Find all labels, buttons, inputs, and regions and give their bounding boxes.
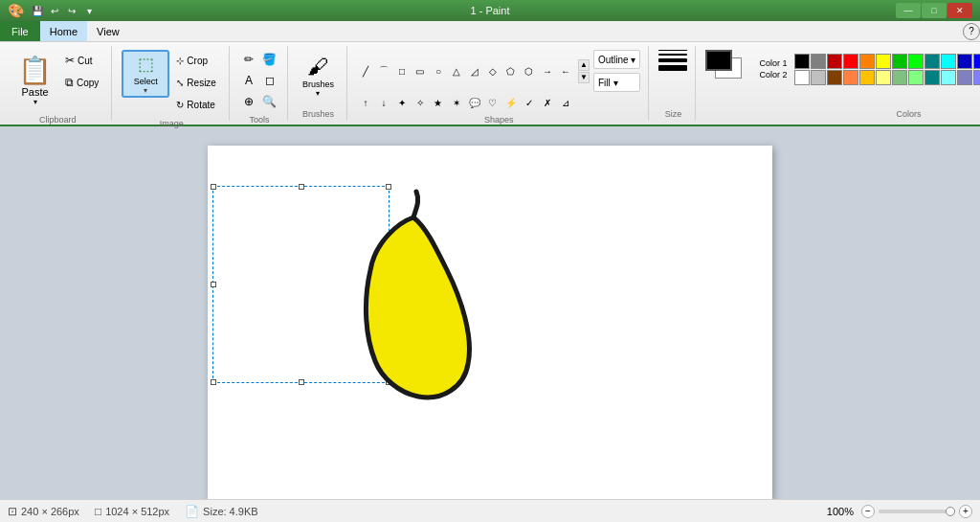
resize-button[interactable]: ⤡ Resize <box>171 72 221 93</box>
heart-tool[interactable]: ♡ <box>484 94 501 111</box>
ellipse-tool[interactable]: ○ <box>430 62 447 79</box>
tools-grid: ✏ 🪣 A ◻ ⊕ 🔍 <box>239 50 279 111</box>
fill-tool[interactable]: 🪣 <box>260 50 279 69</box>
palette-cell-r2-1[interactable] <box>811 70 826 85</box>
undo-quick-btn[interactable]: ↩ <box>47 3 62 18</box>
select-button[interactable]: ⬚ Select ▾ <box>122 50 169 98</box>
palette-cell-r1-0[interactable] <box>794 54 810 69</box>
palette-cell-r2-8[interactable] <box>924 70 940 85</box>
maximize-btn[interactable]: □ <box>922 3 947 18</box>
menu-view[interactable]: View <box>87 21 129 41</box>
picker-tool[interactable]: ⊕ <box>239 92 258 111</box>
diamond-tool[interactable]: ◇ <box>484 62 501 79</box>
image-label: Image <box>160 119 184 130</box>
palette-cell-r2-7[interactable] <box>908 70 924 85</box>
palette-cell-r2-3[interactable] <box>843 70 858 85</box>
size-3[interactable] <box>658 58 687 62</box>
palette-cell-r2-0[interactable] <box>794 70 810 85</box>
clipboard-content: 📋 Paste ▾ ✂ Cut ⧉ Copy <box>11 46 103 115</box>
minimize-btn[interactable]: — <box>896 3 921 18</box>
select-dropdown-arrow: ▾ <box>144 86 147 95</box>
hexagon-tool[interactable]: ⬡ <box>521 62 538 79</box>
magnifier-tool[interactable]: 🔍 <box>260 92 279 111</box>
rotate-label: Rotate <box>187 100 214 110</box>
cut-button[interactable]: ✂ Cut <box>60 50 103 71</box>
palette-cell-r1-1[interactable] <box>811 54 826 69</box>
arrow-down-tool[interactable]: ↓ <box>375 94 392 111</box>
palette-cell-r2-5[interactable] <box>876 70 891 85</box>
shapes-scroll-up[interactable]: ▲ <box>578 59 590 71</box>
palette-cell-r1-10[interactable] <box>957 54 972 69</box>
quick-access-dropdown[interactable]: ▾ <box>81 3 97 18</box>
rtriangle-tool[interactable]: ◿ <box>466 62 483 79</box>
line-tool[interactable]: ╱ <box>357 62 374 79</box>
redo-quick-btn[interactable]: ↪ <box>64 3 79 18</box>
arrow-left-tool[interactable]: ← <box>557 62 574 79</box>
callout-tool[interactable]: 💬 <box>466 94 483 111</box>
eraser-tool[interactable]: ◻ <box>260 71 279 90</box>
palette-cell-r2-10[interactable] <box>957 70 972 85</box>
arrow-up-tool[interactable]: ↑ <box>357 94 374 111</box>
shapes-scroll-down[interactable]: ▼ <box>578 72 590 83</box>
brushes-group: 🖌 Brushes ▾ Brushes <box>290 46 347 121</box>
palette-cell-r1-5[interactable] <box>876 54 891 69</box>
file-size-value: Size: 4.9KB <box>203 506 257 517</box>
x-tool[interactable]: ✗ <box>539 94 556 111</box>
palette-cell-r1-4[interactable] <box>859 54 875 69</box>
lightning-tool[interactable]: ⚡ <box>502 94 520 111</box>
zoom-plus-btn[interactable]: + <box>959 505 972 518</box>
palette-cell-r2-11[interactable] <box>973 70 980 85</box>
zoom-minus-btn[interactable]: − <box>861 505 875 518</box>
help-btn[interactable]: ? <box>963 23 980 40</box>
palette-cell-r1-11[interactable] <box>973 54 980 69</box>
drawing-svg <box>208 146 772 499</box>
palette-cell-r1-7[interactable] <box>908 54 924 69</box>
menu-file[interactable]: File <box>0 21 40 41</box>
size-2[interactable] <box>658 54 687 56</box>
triangle-tool[interactable]: △ <box>448 62 465 79</box>
palette-cell-r1-8[interactable] <box>924 54 940 69</box>
paint-canvas[interactable] <box>208 146 772 499</box>
star5-tool[interactable]: ★ <box>430 94 447 111</box>
size-4[interactable] <box>658 65 687 71</box>
arrow-right-tool[interactable]: → <box>539 62 556 79</box>
pencil-tool[interactable]: ✏ <box>239 50 258 69</box>
palette-cell-r1-2[interactable] <box>827 54 842 69</box>
paste-button[interactable]: 📋 Paste ▾ <box>11 50 58 111</box>
color1-label: Color 1 <box>759 58 787 68</box>
crop-button[interactable]: ⊹ Crop <box>171 50 221 71</box>
star4-tool[interactable]: ✧ <box>412 94 429 111</box>
4arrow-tool[interactable]: ✦ <box>393 94 411 111</box>
size-1[interactable] <box>658 50 687 51</box>
palette-cell-r1-3[interactable] <box>843 54 858 69</box>
outline-dropdown[interactable]: Outline ▾ <box>593 50 640 69</box>
palette-cell-r2-4[interactable] <box>859 70 875 85</box>
rect-tool[interactable]: □ <box>393 62 411 79</box>
star6-tool[interactable]: ✶ <box>448 94 465 111</box>
copy-button[interactable]: ⧉ Copy <box>60 72 103 93</box>
color-labels: Color 1 Color 2 <box>759 58 787 79</box>
folder-tool[interactable]: ⊿ <box>557 94 574 111</box>
palette-cell-r1-6[interactable] <box>892 54 907 69</box>
palette-cell-r2-9[interactable] <box>941 70 956 85</box>
brushes-button[interactable]: 🖌 Brushes ▾ <box>298 50 339 102</box>
text-tool[interactable]: A <box>239 71 258 90</box>
zoom-slider[interactable] <box>879 510 955 513</box>
palette-cell-r2-6[interactable] <box>892 70 907 85</box>
menu-home[interactable]: Home <box>40 21 87 41</box>
canvas-area[interactable] <box>0 126 980 499</box>
palette-row-1 <box>794 54 980 69</box>
save-quick-btn[interactable]: 💾 <box>30 3 45 18</box>
rounded-rect-tool[interactable]: ▭ <box>412 62 429 79</box>
close-btn[interactable]: ✕ <box>947 3 972 18</box>
fill-dropdown[interactable]: Fill ▾ <box>593 73 640 92</box>
curve-tool[interactable]: ⌒ <box>375 62 392 79</box>
checkmark-tool[interactable]: ✓ <box>521 94 538 111</box>
palette-cell-r2-2[interactable] <box>827 70 842 85</box>
rotate-button[interactable]: ↻ Rotate <box>171 94 221 115</box>
color-1-box[interactable] <box>705 50 732 71</box>
banana-stem <box>413 192 418 217</box>
palette-cell-r1-9[interactable] <box>941 54 956 69</box>
pentagon-tool[interactable]: ⬠ <box>502 62 520 79</box>
zoom-thumb[interactable] <box>946 507 955 516</box>
